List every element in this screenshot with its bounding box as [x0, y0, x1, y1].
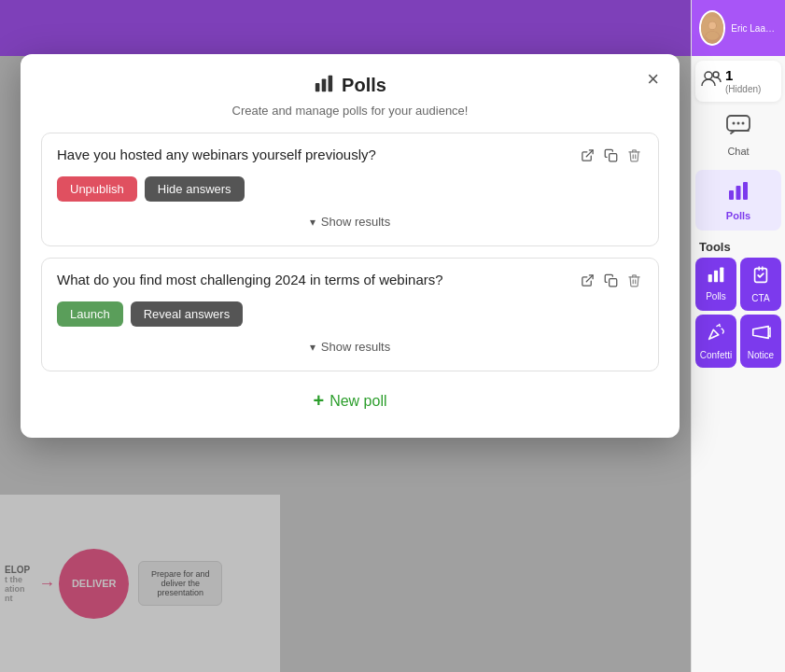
sidebar-top-bar: Eric Laanemets [692, 0, 785, 56]
svg-rect-11 [729, 190, 734, 200]
svg-point-18 [719, 323, 721, 325]
poll-1-delete-button[interactable] [625, 147, 643, 167]
tools-grid: Polls CTA [692, 258, 785, 368]
chat-label: Chat [727, 146, 749, 157]
sidebar-item-polls[interactable]: Polls [695, 170, 781, 231]
participants-label: (Hidden) [725, 84, 761, 94]
new-poll-label: New poll [329, 393, 386, 410]
polls-modal: Polls × Create and manage polls for your… [21, 54, 680, 438]
poll-1-question-row: Have you hosted any webinars yourself pr… [57, 147, 643, 167]
cta-tool-button[interactable]: CTA [740, 258, 781, 311]
avatar [699, 10, 725, 46]
confetti-tool-label: Confetti [700, 350, 732, 360]
chevron-down-icon-2: ▾ [310, 341, 315, 354]
new-poll-row: + New poll [41, 383, 659, 419]
polls-nav-label: Polls [726, 210, 750, 221]
svg-rect-15 [714, 270, 718, 282]
svg-point-3 [708, 22, 716, 30]
poll-2-copy-button[interactable] [602, 272, 620, 292]
sidebar-item-chat[interactable]: Chat [695, 105, 781, 166]
svg-point-8 [733, 121, 736, 124]
sidebar: Eric Laanemets 1 (Hidden) [691, 0, 785, 672]
show-results-label-2: Show results [321, 340, 390, 354]
new-poll-button[interactable]: + New poll [313, 390, 386, 412]
chat-icon [726, 115, 750, 143]
poll-2-question-row: What do you find most challenging 2024 i… [57, 272, 643, 292]
participants-count: 1 [725, 68, 761, 84]
svg-line-24 [586, 275, 593, 282]
poll-2-actions [579, 272, 643, 292]
hide-answers-button[interactable]: Hide answers [145, 176, 245, 202]
show-results-label-1: Show results [321, 215, 390, 229]
polls-tool-button[interactable]: Polls [695, 258, 736, 311]
modal-header: Polls × [41, 73, 659, 98]
polls-nav-icon [727, 179, 750, 207]
polls-tool-icon [707, 265, 725, 288]
modal-subtitle: Create and manage polls for your audienc… [41, 104, 659, 118]
user-name: Eric Laanemets [731, 23, 778, 34]
unpublish-button[interactable]: Unpublish [57, 176, 137, 202]
svg-rect-14 [708, 274, 712, 282]
svg-rect-25 [610, 279, 617, 287]
poll-card-1: Have you hosted any webinars yourself pr… [41, 133, 659, 246]
chevron-down-icon-1: ▾ [310, 216, 315, 229]
poll-1-external-link-button[interactable] [579, 147, 596, 167]
poll-card-2: What do you find most challenging 2024 i… [41, 258, 659, 371]
svg-point-4 [706, 32, 719, 40]
svg-rect-19 [315, 83, 320, 91]
modal-title-icon [314, 73, 334, 98]
participants-icon [701, 70, 722, 91]
svg-line-22 [586, 150, 593, 157]
reveal-answers-button[interactable]: Reveal answers [131, 301, 244, 327]
tools-label: Tools [692, 232, 785, 258]
cta-tool-icon [750, 265, 771, 290]
poll-1-question: Have you hosted any webinars yourself pr… [57, 147, 571, 162]
svg-rect-16 [720, 267, 723, 282]
poll-2-buttons: Launch Reveal answers [57, 301, 643, 327]
modal-title: Polls [342, 75, 386, 96]
svg-point-10 [742, 121, 745, 124]
modal-title-row: Polls [314, 73, 386, 98]
poll-2-external-link-button[interactable] [579, 272, 596, 292]
poll-1-show-results[interactable]: ▾ Show results [57, 211, 643, 232]
notice-tool-button[interactable]: Notice [740, 315, 781, 368]
svg-rect-13 [743, 182, 748, 200]
new-poll-plus-icon: + [313, 390, 324, 412]
notice-tool-label: Notice [748, 350, 774, 360]
confetti-tool-icon [706, 322, 726, 347]
launch-button[interactable]: Launch [57, 301, 123, 327]
svg-rect-21 [329, 76, 333, 91]
poll-2-question: What do you find most challenging 2024 i… [57, 272, 571, 287]
svg-rect-23 [610, 154, 617, 161]
polls-tool-label: Polls [706, 291, 726, 301]
poll-2-show-results[interactable]: ▾ Show results [57, 336, 643, 357]
participants-card: 1 (Hidden) [695, 61, 781, 102]
modal-close-button[interactable]: × [647, 69, 659, 90]
poll-1-buttons: Unpublish Hide answers [57, 176, 643, 202]
svg-point-6 [713, 72, 719, 77]
svg-point-5 [705, 72, 712, 79]
svg-rect-12 [736, 186, 741, 200]
svg-rect-20 [322, 78, 327, 91]
notice-tool-icon [750, 322, 771, 347]
poll-1-actions [579, 147, 643, 167]
poll-1-copy-button[interactable] [602, 147, 620, 167]
svg-point-9 [737, 121, 740, 124]
confetti-tool-button[interactable]: Confetti [695, 315, 736, 368]
cta-tool-label: CTA [751, 293, 769, 303]
poll-2-delete-button[interactable] [625, 272, 643, 292]
